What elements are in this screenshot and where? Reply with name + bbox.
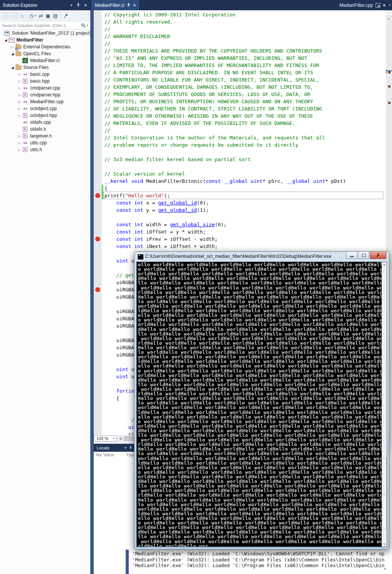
tree-item-source-files[interactable]: ◢Source Files <box>0 64 90 71</box>
code-line[interactable]: // <box>104 26 346 33</box>
code-line[interactable]: // A PARTICULAR PURPOSE ARE DISCLAIMED. … <box>104 69 346 76</box>
back-icon[interactable]: ◂ <box>2 13 9 19</box>
code-line[interactable]: const int y = get_global_id(1); <box>104 206 346 214</box>
expand-arrow-icon[interactable]: ▷ <box>17 148 22 152</box>
zoom-dropdown-icon[interactable]: ▾ <box>113 437 116 440</box>
console-client-area[interactable]: ello worldHello worldHello worldHello wo… <box>136 262 387 547</box>
tree-item-basic-hpp[interactable]: ▷hbasic.hpp <box>0 78 90 85</box>
code-line[interactable]: // Scalar version of kernel <box>104 170 346 177</box>
console-scroll-thumb[interactable] <box>382 458 387 529</box>
expand-arrow-icon[interactable]: ▷ <box>17 107 22 110</box>
close-icon[interactable]: × <box>84 3 87 8</box>
toolbar-overflow-icon[interactable]: ‥ <box>86 11 89 15</box>
locals-col-value[interactable]: Value <box>103 452 114 457</box>
locals-pin-icon[interactable] <box>129 446 132 450</box>
expand-arrow-icon[interactable]: ▷ <box>17 86 22 90</box>
code-line[interactable]: // NEGLIGENCE OR OTHERWISE) ARISING IN A… <box>104 112 346 120</box>
breakpoint-indicator[interactable] <box>95 193 100 198</box>
expand-arrow-icon[interactable]: ▷ <box>17 134 22 138</box>
tree-item-stdafx-h[interactable]: hstdafx.h <box>0 126 90 133</box>
breakpoint-indicator[interactable] <box>95 237 100 241</box>
console-window[interactable]: C:\Users\mb\Downloads\intel_ocl_median_f… <box>134 251 389 550</box>
tree-item-medianfilter-cl[interactable]: MedianFilter.cl <box>0 57 90 64</box>
code-line[interactable]: const int iNext = iOffset + width; <box>104 243 346 250</box>
console-titlebar[interactable]: C:\Users\mb\Downloads\intel_ocl_median_f… <box>134 252 389 262</box>
code-line[interactable]: // CONTRIBUTORS BE LIABLE FOR ANY DIRECT… <box>104 76 346 83</box>
search-input[interactable] <box>0 23 81 28</box>
code-line[interactable]: const int width = get_global_size(0); <box>104 221 346 228</box>
code-line[interactable] <box>104 149 346 156</box>
code-line[interactable]: { <box>104 185 346 192</box>
tree-item-opencl-files[interactable]: ◢OpenCL Files <box>0 50 90 57</box>
collapse-arrow-icon[interactable]: ◢ <box>10 52 15 56</box>
restore-button[interactable] <box>358 252 369 259</box>
tree-item-utils-h[interactable]: ▷hutils.h <box>0 146 90 153</box>
code-line[interactable]: const int x = get_global_id(0); <box>104 199 346 206</box>
code-line[interactable]: // Intel Corporation is the author of th… <box>104 134 346 141</box>
tree-item-basic-cpp[interactable]: ▷++basic.cpp <box>0 71 90 78</box>
breakpoint-indicator[interactable] <box>95 287 100 292</box>
forward-icon[interactable]: ▸ <box>11 13 18 19</box>
console-scrollbar[interactable]: ▲ ▼ <box>382 262 387 547</box>
output-panel[interactable]: 'MedianFilter.exe' (Win32): Loaded 'C:\W… <box>126 550 392 574</box>
code-line[interactable]: __kernel void MedianFilterBitonic(const … <box>104 177 346 185</box>
panel-splitter[interactable] <box>90 10 94 574</box>
tree-item-targetver-h[interactable]: ▷htargetver.h <box>0 133 90 139</box>
expand-arrow-icon[interactable]: ▷ <box>17 80 22 83</box>
tree-item-medianfilter[interactable]: ◢++MedianFilter <box>0 37 90 43</box>
code-line[interactable]: // <box>104 40 346 47</box>
expand-arrow-icon[interactable]: ▷ <box>17 93 22 97</box>
tab-medianfilter-cpp-preview[interactable]: MedianFilter.cpp × <box>339 0 386 10</box>
collapse-all-icon[interactable]: ▣ <box>46 13 50 18</box>
pending-changes-icon[interactable]: ◷ <box>29 13 34 18</box>
code-line[interactable]: // MATERIALS, EVEN IF ADVISED OF THE POS… <box>104 120 346 127</box>
code-line[interactable]: const int iPrev = iOffset - width; <box>104 235 346 243</box>
tree-item-cmdparser-cpp[interactable]: ▷++cmdparser.cpp <box>0 85 90 91</box>
console-scroll-up-icon[interactable]: ▲ <box>382 262 387 267</box>
collapse-arrow-icon[interactable]: ◢ <box>3 38 8 42</box>
collapse-arrow-icon[interactable]: ◢ <box>10 66 15 69</box>
code-line[interactable]: // problem reports or change requests be… <box>104 141 346 149</box>
pin-tab-icon[interactable] <box>127 3 130 7</box>
locals-col-name[interactable]: Na <box>96 452 102 457</box>
code-line[interactable] <box>104 163 346 170</box>
code-line[interactable]: // 3x3 median filter kernel based on par… <box>104 156 346 163</box>
tree-item-external-dependencies[interactable]: ▷⇅External Dependencies <box>0 43 90 50</box>
tab-medianfilter-cl[interactable]: MedianFilter.cl × <box>91 0 139 10</box>
sync-icon[interactable]: ⇄ <box>39 13 43 18</box>
scroll-up-icon[interactable]: ▲ <box>386 16 392 21</box>
expand-arrow-icon[interactable]: ▷ <box>17 100 22 104</box>
active-files-dropdown-icon[interactable]: ▾ <box>389 3 390 7</box>
code-line[interactable]: // PROFITS; OR BUSINESS INTERRUPTION) HO… <box>104 98 346 105</box>
code-line[interactable] <box>104 214 346 221</box>
code-line[interactable]: // THESE MATERIALS ARE PROVIDED BY THE C… <box>104 47 346 54</box>
locals-titlebar[interactable]: Locals ▾ <box>94 444 134 452</box>
code-line[interactable]: // EXEMPLARY, OR CONSEQUENTIAL DAMAGES (… <box>104 83 346 91</box>
tree-item-medianfilter-cpp[interactable]: ▷++MedianFilter.cpp <box>0 98 90 105</box>
split-editor-handle[interactable]: ↕ <box>386 10 392 16</box>
output-scroll-down-icon[interactable]: ▼ <box>383 567 387 571</box>
tree-item-oclobject-cpp[interactable]: ▷++oclobject.cpp <box>0 105 90 112</box>
tree-item-solution-medianfilter-2013-1-project[interactable]: Solution 'MedianFilter_2013' (1 project) <box>0 30 90 37</box>
expand-arrow-icon[interactable]: ▷ <box>17 114 22 117</box>
promote-preview-tab-icon[interactable] <box>376 3 380 8</box>
zoom-combo[interactable]: 100 % ▾ <box>94 435 117 441</box>
minimize-button[interactable] <box>346 252 357 259</box>
code-line[interactable]: // <box>104 127 346 134</box>
properties-icon[interactable] <box>63 13 68 18</box>
search-options-chevron-icon[interactable]: ▾ <box>86 24 88 27</box>
search-icon[interactable] <box>81 23 86 28</box>
code-line[interactable]: // Copyright (c) 2009-2011 Intel Corpora… <box>104 11 346 18</box>
console-app-icon[interactable] <box>138 254 144 260</box>
expand-arrow-icon[interactable]: ▷ <box>17 73 22 76</box>
breakpoint-margin[interactable] <box>94 10 102 435</box>
locals-position-chevron-icon[interactable]: ▾ <box>125 446 126 450</box>
code-line[interactable]: // OF LIABILITY, WHETHER IN CONTRACT, ST… <box>104 105 346 112</box>
code-line[interactable]: const int iOffset = y * width; <box>104 228 346 235</box>
code-line[interactable]: printf("Hello world"); <box>104 192 346 199</box>
code-line[interactable]: // All rights reserved. <box>104 18 346 26</box>
home-icon[interactable]: ⌂ <box>21 13 24 18</box>
tree-item-cmdparser-hpp[interactable]: ▷hcmdparser.hpp <box>0 91 90 98</box>
console-scroll-down-icon[interactable]: ▼ <box>382 542 387 547</box>
solution-explorer-titlebar[interactable]: Solution Explorer ▾ × <box>0 0 90 10</box>
